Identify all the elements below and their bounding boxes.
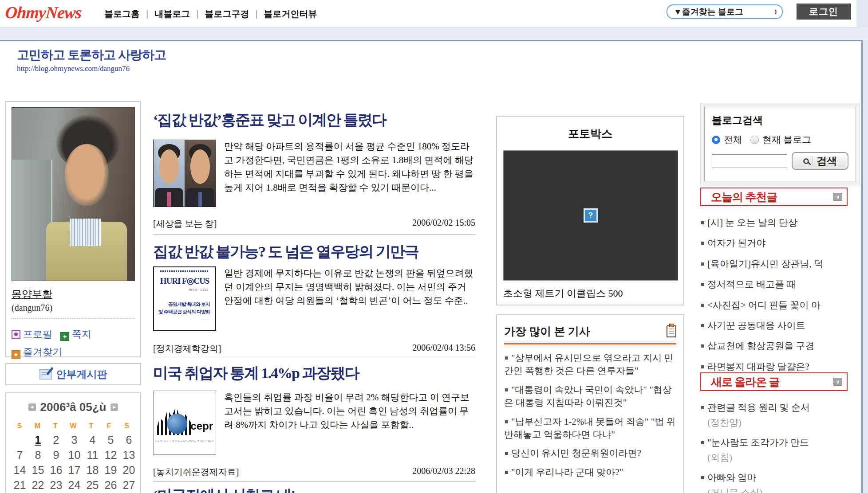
article-title[interactable]: 집값 반값 불가능? 도 넘은 열우당의 기만극 <box>153 242 418 262</box>
nav-link[interactable]: 블로거인터뷰 <box>264 9 317 19</box>
calendar-day[interactable]: 15 <box>29 464 47 479</box>
calendar-day[interactable]: 6 <box>120 434 138 449</box>
search-button[interactable]: 검색 <box>792 152 848 170</box>
profile-name-link[interactable]: 몽양부활 <box>12 287 135 301</box>
blog-title[interactable]: 고민하고 토론하고 사랑하고 <box>17 47 166 63</box>
calendar-day[interactable]: 24 <box>65 479 83 493</box>
blog-search-input[interactable] <box>712 154 787 168</box>
broken-image-icon: ? <box>584 208 598 223</box>
favorites-blog-select[interactable]: ▼즐겨찾는 블로그 ▲▼ <box>667 4 783 19</box>
calendar-day[interactable]: 21 <box>11 479 29 493</box>
calendar-day[interactable]: 10 <box>65 449 83 464</box>
list-item[interactable]: <사진집> 어디 핀들 꽃이 아 <box>700 299 860 312</box>
chevron-down-icon[interactable]: ∨ <box>833 378 842 386</box>
photobox-caption[interactable]: 초소형 제트기 이클립스 500 <box>503 287 623 300</box>
blog-url[interactable]: http://blog.ohmynews.com/dangun76 <box>17 64 130 73</box>
list-item[interactable]: "대통령이 속았나 국민이 속았나" "협상은 대통령 지침따라 이뤄진것" <box>504 383 676 410</box>
blog-search-title: 블로그검색 <box>712 113 848 127</box>
calendar-day[interactable]: 23 <box>47 479 65 493</box>
divider <box>153 235 475 235</box>
search-icon <box>803 158 809 164</box>
select-spinner-icon: ▲▼ <box>774 9 777 15</box>
list-item[interactable]: 관련글 적용 원리 및 순서(정찬양) <box>700 401 860 429</box>
article-category[interactable]: [정치경제학강의] <box>153 343 221 355</box>
nav-link[interactable]: 내블로그 <box>154 9 190 19</box>
calendar-day[interactable]: 19 <box>102 464 120 479</box>
list-item[interactable]: "눈사람도 조각가가 만드(외침) <box>700 436 860 464</box>
message-link[interactable]: +쪽지 <box>60 329 91 340</box>
new-posts-box-header: 새로 올라온 글 ∨ <box>700 372 848 391</box>
article-category[interactable]: [세상을 보는 창] <box>153 218 217 230</box>
article-list: ‘집값 반값’홍준표 맞고 이계안 틀렸다 만약 해당 아파트의 용적률이 서울… <box>153 41 475 493</box>
message-icon: + <box>60 332 69 341</box>
calendar-day-header: M <box>28 422 46 430</box>
calendar-day-header: F <box>100 422 118 430</box>
chevron-down-icon[interactable]: ∨ <box>833 193 842 201</box>
list-item[interactable]: 삽교천에 함상공원을 구경 <box>700 340 860 352</box>
photo-shirt-shape <box>70 219 102 246</box>
nav-link[interactable]: 블로그구경 <box>205 9 249 19</box>
profile-link[interactable]: 프로필 <box>12 329 52 340</box>
calendar-day[interactable]: 27 <box>120 479 138 493</box>
calendar-day-header: S <box>118 422 136 430</box>
radio-search-all[interactable] <box>712 136 720 144</box>
list-item[interactable]: 사기꾼 공동대응 사이트 <box>700 319 860 332</box>
article-category[interactable]: [놓치기쉬운경제자료] <box>153 466 239 478</box>
calendar-day[interactable]: 7 <box>11 449 29 464</box>
calendar-day[interactable]: 14 <box>11 464 29 479</box>
article-thumbnail-politicians[interactable] <box>153 140 216 207</box>
list-item[interactable]: 라면봉지 대파랑 달걀은? <box>700 360 860 373</box>
list-item[interactable]: 당신이 유시민 청문위원이라면? <box>504 447 676 460</box>
divider <box>153 358 475 358</box>
recommended-list: [시] 눈 오는 날의 단상여자가 된거야[육아일기]유시민 장관님, 덕정서적… <box>700 216 860 381</box>
photobox-image-area[interactable]: ? <box>503 150 678 281</box>
ohmynews-logo[interactable]: OhmyNews <box>4 3 82 22</box>
article-thumbnail-cepr-logo[interactable]: cepr CENTER FOR ECONOMIC AND POLICY RESE… <box>153 391 216 455</box>
calendar-day[interactable]: 3 <box>65 434 83 449</box>
calendar-day[interactable]: 5 <box>102 434 120 449</box>
calendar-day[interactable]: 20 <box>120 464 138 479</box>
calendar-day[interactable]: 26 <box>102 479 120 493</box>
list-item[interactable]: 아빠와 엄마(거니무 소식) <box>700 471 860 493</box>
bullet-icon <box>701 365 704 368</box>
calendar-day[interactable]: 11 <box>83 449 102 464</box>
list-item[interactable]: 여자가 된거야 <box>700 237 860 250</box>
article-title[interactable]: ‘집값 반값’홍준표 맞고 이계안 틀렸다 <box>153 110 386 130</box>
calendar-next-button[interactable]: ▶ <box>110 403 118 411</box>
favorites-star-icon: ★ <box>12 350 20 359</box>
calendar-prev-button[interactable]: ◀ <box>28 403 36 411</box>
article-thumbnail-huri-focus[interactable]: HURI F◎CUS ₩4.8 · 2181 공영개발 확대와 토지 및 주택공… <box>153 266 216 331</box>
calendar-day[interactable]: 1 <box>29 434 47 449</box>
calendar-day[interactable]: 25 <box>83 479 102 493</box>
list-item[interactable]: [시] 눈 오는 날의 단상 <box>700 216 860 229</box>
bullet-icon <box>505 388 508 391</box>
calendar-day[interactable]: 12 <box>102 449 120 464</box>
calendar-day[interactable]: 2 <box>47 434 65 449</box>
calendar-day[interactable]: 16 <box>47 464 65 479</box>
login-button[interactable]: 로그인 <box>797 4 851 20</box>
nav-link[interactable]: 블로그홈 <box>104 9 140 19</box>
clipboard-icon[interactable] <box>667 325 676 337</box>
article-title-partial[interactable]: ‘미국집에서 시청료 내! <box>153 485 295 493</box>
bullet-icon <box>701 406 704 409</box>
favorites-link[interactable]: ★즐겨찾기 <box>12 346 62 357</box>
favorites-select-label: ▼즐겨찾는 블로그 <box>674 6 774 18</box>
divider <box>153 481 475 481</box>
radio-search-current[interactable] <box>750 136 759 144</box>
cover-lines: 공영개발 확대와 토지 및 주택공급 방식의 다양화 <box>156 301 210 315</box>
article-title[interactable]: 미국 취업자 통계 1.4%p 과장됐다 <box>153 363 359 383</box>
guestbook-box[interactable]: 안부게시판 <box>5 363 141 385</box>
calendar-day[interactable]: 8 <box>29 449 47 464</box>
list-item[interactable]: "이게 우리나라 군대 맞아?" <box>504 466 676 479</box>
list-item[interactable]: "상부에서 유시민으로 엮으라고 지시 민간인 폭행한 것은 다른 연루자들" <box>504 352 676 378</box>
calendar-day[interactable]: 22 <box>29 479 47 493</box>
calendar-day[interactable]: 18 <box>83 464 102 479</box>
calendar-day[interactable]: 13 <box>120 449 138 464</box>
list-item[interactable]: "납부신고자 1-2%내 못들어 죄송" "법 위반해놓고 억울하다면 다냐" <box>504 415 676 442</box>
calendar-day[interactable]: 17 <box>65 464 83 479</box>
cepr-caption: CENTER FOR ECONOMIC AND POLICY RESEARCH <box>155 439 214 442</box>
list-item[interactable]: [육아일기]유시민 장관님, 덕 <box>700 258 860 270</box>
calendar-day[interactable]: 4 <box>83 434 102 449</box>
list-item[interactable]: 정서적으로 배고플 때 <box>700 278 860 291</box>
calendar-day[interactable]: 9 <box>47 449 65 464</box>
